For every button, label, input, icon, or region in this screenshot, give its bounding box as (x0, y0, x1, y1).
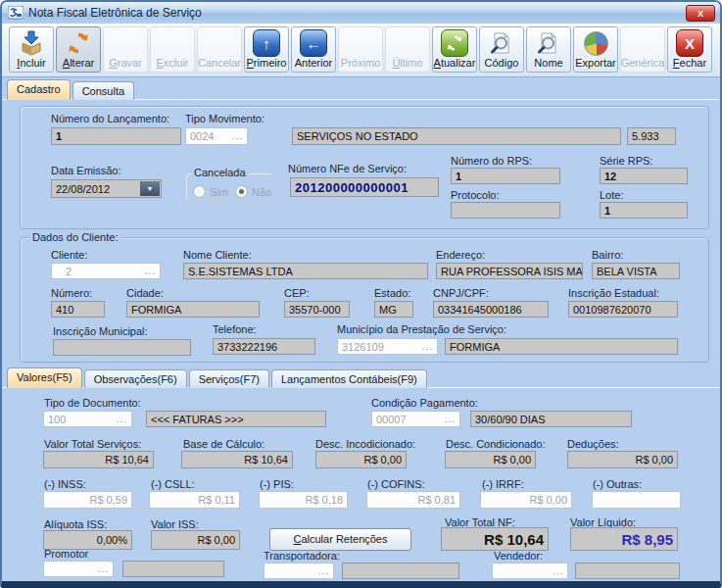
tab-lancamentos-contabeis-f9[interactable]: Lançamentos Contábeis(F9) (271, 369, 427, 388)
close-x-icon: X (676, 29, 703, 57)
desc-incondicionado-field[interactable]: R$ 0,00 (315, 451, 407, 468)
desc-condicionado-field[interactable]: R$ 0,00 (445, 451, 536, 468)
numero-field[interactable]: 410 (51, 301, 105, 318)
ellipsis-icon[interactable]: ... (145, 269, 156, 274)
csll-field[interactable]: R$ 0,11 (149, 491, 240, 509)
ellipsis-icon[interactable]: ... (117, 416, 127, 422)
inss-label: (-) INSS: (44, 478, 86, 490)
tab-servicos-f7[interactable]: Serviços(F7) (189, 369, 269, 388)
valor-iss-field[interactable]: R$ 0,00 (151, 530, 240, 550)
numero-lancamento-field[interactable]: 1 (51, 127, 181, 145)
toolbar-button-exportar[interactable]: Exportar (573, 26, 618, 73)
outras-field[interactable] (592, 491, 681, 509)
toolbar-button-fechar[interactable]: X Fechar (667, 26, 712, 73)
cliente-code-field[interactable]: 2... (51, 263, 161, 279)
municipio-prestacao-code-field[interactable]: 3126109... (337, 338, 438, 355)
ellipsis-icon[interactable]: ... (422, 344, 433, 350)
vendedor-code-field[interactable]: ... (492, 563, 568, 579)
ellipsis-icon[interactable]: ... (318, 568, 329, 574)
lote-field[interactable]: 1 (600, 202, 688, 219)
deducoes-field[interactable]: R$ 0,00 (567, 451, 678, 468)
cidade-field[interactable]: FORMIGA (126, 301, 260, 318)
radio-nao: Não (235, 182, 271, 200)
pis-field[interactable]: R$ 0,18 (259, 491, 348, 509)
nome-cliente-label: Nome Cliente: (183, 249, 252, 261)
numero-lancamento-label: Número do Lançamento: (51, 113, 169, 124)
municipio-prestacao-label: Município da Prestação de Serviço: (337, 323, 506, 335)
aliquota-iss-label: Alíquota ISS: (44, 518, 107, 530)
search-icon (490, 29, 513, 57)
valor-total-nf-field: R$ 10,64 (441, 527, 549, 551)
tab-cadastro[interactable]: Cadastro (7, 79, 71, 100)
csll-label: (-) CSLL: (151, 478, 195, 490)
base-calculo-field[interactable]: R$ 10,64 (181, 451, 293, 468)
promotor-code-field[interactable]: ... (43, 561, 114, 577)
inscricao-estadual-field[interactable]: 0010987620070 (568, 301, 678, 318)
data-emissao-dropdown[interactable]: 22/08/2012 ▼ (51, 179, 162, 198)
protocolo-label: Protocolo: (451, 189, 500, 201)
telefone-label: Telefone: (213, 323, 257, 335)
condicao-pagamento-name-field: 30/60/90 DIAS (470, 411, 632, 427)
tab-valores-f5[interactable]: Valores(F5) (7, 368, 82, 388)
calcular-retencoes-button[interactable]: Calcular Retenções (269, 528, 411, 551)
chevron-down-icon[interactable]: ▼ (140, 181, 160, 196)
radio-sim-circle (193, 185, 206, 198)
valor-total-servicos-field[interactable]: R$ 10,64 (43, 451, 154, 468)
toolbar-button-primeiro[interactable]: ↑ Primeiro (244, 26, 289, 73)
search-icon (537, 29, 560, 57)
ellipsis-icon[interactable]: ... (98, 566, 109, 572)
bairro-field[interactable]: BELA VISTA (592, 263, 680, 279)
tab-observacoes-f6[interactable]: Observações(F6) (84, 369, 187, 388)
ellipsis-icon[interactable]: ... (553, 568, 563, 574)
toolbar-button-codigo[interactable]: Código (479, 26, 524, 73)
cnpj-field[interactable]: 03341645000186 (433, 301, 549, 318)
numero-rps-field[interactable]: 1 (451, 168, 560, 184)
ellipsis-icon[interactable]: ... (445, 416, 456, 422)
tab-consulta[interactable]: Consulta (72, 81, 134, 100)
cofins-field[interactable]: R$ 0,81 (366, 491, 460, 509)
aliquota-iss-field[interactable]: 0,00% (43, 530, 132, 550)
telefone-field[interactable]: 3733222196 (213, 338, 315, 355)
deducoes-label: Deduções: (567, 438, 619, 450)
numero-nfe-field[interactable]: 201200000000001 (290, 177, 439, 197)
cliente-group-legend: Dados do Cliente: (29, 231, 120, 243)
serie-rps-field[interactable]: 12 (600, 168, 688, 184)
nome-cliente-field[interactable]: S.E.SISTEMAS LTDA (183, 263, 428, 279)
protocolo-field[interactable] (451, 202, 560, 219)
estado-field[interactable]: MG (374, 301, 413, 318)
serie-rps-label: Série RPS: (600, 155, 652, 167)
toolbar-button-incluir[interactable]: Incluir (9, 26, 54, 73)
irrf-field[interactable]: R$ 0,00 (480, 491, 572, 509)
tipo-movimento-code-field[interactable]: 0024... (185, 127, 248, 145)
promotor-label: Promotor (44, 548, 88, 560)
cep-label: CEP: (284, 287, 310, 299)
toolbar-button-ultimo: Último (385, 26, 430, 73)
condicao-pagamento-code-field[interactable]: 00007... (371, 411, 460, 427)
tipo-documento-name-field: <<< FATURAS >>> (146, 411, 326, 427)
valor-liquido-field: R$ 8,95 (570, 527, 678, 551)
tipo-movimento-code2-field: 5.933 (627, 127, 676, 145)
endereco-label: Endereço: (436, 249, 485, 261)
endereco-field[interactable]: RUA PROFESSORA ISIS MARIA F (436, 263, 583, 279)
tipo-movimento-label: Tipo Movimento: (185, 113, 265, 124)
add-package-icon (19, 29, 44, 57)
toolbar-button-nome[interactable]: Nome (526, 26, 571, 73)
toolbar-button-alterar[interactable]: Alterar (56, 26, 101, 73)
desc-incondicionado-label: Desc. Incodicionado: (315, 438, 415, 450)
inss-field[interactable]: R$ 0,59 (43, 491, 132, 509)
toolbar-button-anterior[interactable]: ← Anterior (291, 26, 336, 73)
titlebar[interactable]: Nota Fiscal Eletrônica de Serviço X (2, 2, 720, 24)
vendedor-name-field (575, 563, 680, 579)
window-close-button[interactable]: X (686, 5, 715, 22)
cliente-label: Cliente: (51, 249, 87, 261)
close-icon: X (698, 9, 703, 19)
app-icon (8, 6, 24, 20)
transportadora-code-field[interactable]: ... (264, 563, 334, 579)
ellipsis-icon[interactable]: ... (232, 133, 243, 139)
tipo-documento-code-field[interactable]: 100... (43, 411, 132, 427)
cep-field[interactable]: 35570-000 (284, 301, 350, 318)
irrf-label: (-) IRRF: (482, 478, 524, 490)
inscricao-municipal-field[interactable] (53, 339, 191, 356)
toolbar-button-atualizar[interactable]: Atualizar (432, 26, 477, 73)
cnpj-label: CNPJ/CPF: (433, 287, 489, 299)
